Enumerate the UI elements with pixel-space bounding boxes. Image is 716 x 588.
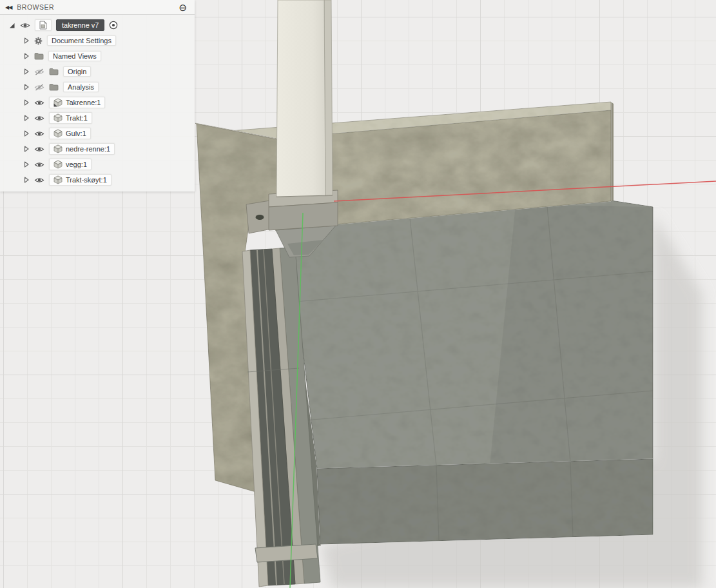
visibility-eye-icon[interactable] — [34, 99, 44, 106]
tree-item-analysis[interactable]: Analysis — [0, 79, 195, 95]
expand-arrow-icon[interactable] — [23, 115, 30, 121]
tree-item-chip[interactable]: Trakt-skøyt:1 — [49, 174, 111, 186]
tree-item-chip[interactable]: Takrenne:1 — [49, 97, 105, 108]
expand-arrow-icon[interactable] — [23, 146, 30, 152]
tree-item-chip[interactable]: nedre-renne:1 — [49, 143, 115, 155]
component-cube-icon — [53, 175, 63, 184]
fusion-window: ◀◀ BROWSER ⊖ takrenne v7 Document Settin… — [0, 0, 716, 588]
panel-minimize-button[interactable]: ⊖ — [179, 3, 189, 12]
expand-arrow-icon[interactable] — [23, 84, 30, 90]
visibility-eye-icon[interactable] — [34, 115, 44, 122]
browser-tree: takrenne v7 Document SettingsNamed Views… — [0, 15, 195, 188]
settings-gear-icon — [34, 37, 43, 45]
tree-item-chip[interactable]: vegg:1 — [49, 159, 92, 170]
expand-arrow-icon[interactable] — [23, 99, 30, 106]
collar-screw-hole — [256, 215, 264, 220]
component-cube-icon — [53, 144, 63, 153]
root-document-label-text: takrenne v7 — [62, 21, 99, 29]
downpipe-front-face[interactable] — [276, 0, 325, 197]
component-cube-icon — [53, 129, 63, 138]
tree-item-chip[interactable]: Analysis — [63, 82, 99, 92]
tree-item-label: Takrenne:1 — [66, 99, 101, 106]
tree-item-chip[interactable]: Trakt:1 — [49, 112, 92, 124]
tree-item-label: Trakt-skøyt:1 — [66, 176, 107, 184]
folder-icon — [49, 68, 59, 75]
visibility-eye-icon[interactable] — [34, 161, 44, 168]
panel-collapse-icon[interactable]: ◀◀ — [5, 5, 12, 10]
tree-item-origin[interactable]: Origin — [0, 64, 195, 79]
tree-item-chip[interactable]: Named Views — [48, 51, 101, 61]
tree-item-label: Origin — [68, 68, 86, 75]
folder-icon — [49, 83, 59, 91]
floor-slab-front-face[interactable] — [317, 459, 653, 544]
visibility-eye-icon[interactable] — [34, 146, 44, 153]
visibility-hidden-eye-icon[interactable] — [34, 68, 44, 75]
visibility-eye-icon[interactable] — [34, 130, 44, 137]
expand-arrow-icon[interactable] — [23, 177, 30, 183]
root-document-label[interactable]: takrenne v7 — [56, 19, 104, 31]
tree-item-label: Trakt:1 — [66, 114, 88, 122]
tree-item-vegg-1[interactable]: vegg:1 — [0, 157, 195, 172]
tree-item-chip[interactable]: Gulv:1 — [49, 128, 91, 139]
expand-arrow-icon[interactable] — [23, 130, 30, 137]
tree-item-label: Named Views — [53, 52, 97, 60]
panel-title: BROWSER — [17, 3, 54, 11]
tree-item-nedre-renne-1[interactable]: nedre-renne:1 — [0, 141, 195, 157]
visibility-eye-icon[interactable] — [20, 22, 30, 29]
tree-item-label: nedre-renne:1 — [66, 145, 110, 153]
expand-arrow-icon[interactable] — [23, 68, 30, 75]
browser-panel-header: ◀◀ BROWSER ⊖ — [0, 0, 195, 15]
tree-item-label: Document Settings — [52, 37, 111, 44]
tree-item-chip[interactable]: Origin — [63, 66, 91, 77]
visibility-eye-icon[interactable] — [34, 177, 44, 184]
folder-icon — [34, 52, 44, 60]
tree-item-label: Analysis — [68, 83, 94, 91]
tree-item-trakt-1[interactable]: Trakt:1 — [0, 110, 195, 126]
document-icon — [39, 21, 47, 30]
browser-panel: ◀◀ BROWSER ⊖ takrenne v7 Document Settin… — [0, 0, 195, 191]
tree-item-label: Gulv:1 — [66, 130, 86, 137]
tree-item-document-settings[interactable]: Document Settings — [0, 33, 195, 48]
component-grounded-cube-icon — [53, 98, 63, 107]
tree-item-takrenne-1[interactable]: Takrenne:1 — [0, 95, 195, 110]
expand-arrow-icon[interactable] — [23, 37, 30, 44]
component-cube-icon — [53, 113, 63, 122]
tree-item-root-document[interactable]: takrenne v7 — [0, 17, 195, 33]
floor-slab-shade — [490, 204, 653, 466]
activate-component-radio-icon[interactable] — [109, 21, 118, 30]
tree-item-gulv-1[interactable]: Gulv:1 — [0, 126, 195, 141]
visibility-hidden-eye-icon[interactable] — [34, 84, 44, 91]
tree-item-named-views[interactable]: Named Views — [0, 48, 195, 64]
root-expand-triangle-icon[interactable] — [8, 22, 15, 29]
expand-arrow-icon[interactable] — [23, 53, 30, 59]
tree-item-label: vegg:1 — [66, 161, 87, 168]
root-document-chip[interactable] — [35, 19, 52, 31]
component-cube-icon — [53, 160, 63, 169]
tree-item-chip[interactable]: Document Settings — [47, 35, 116, 46]
tree-item-trakt-sk-yt-1[interactable]: Trakt-skøyt:1 — [0, 172, 195, 188]
expand-arrow-icon[interactable] — [23, 161, 30, 168]
